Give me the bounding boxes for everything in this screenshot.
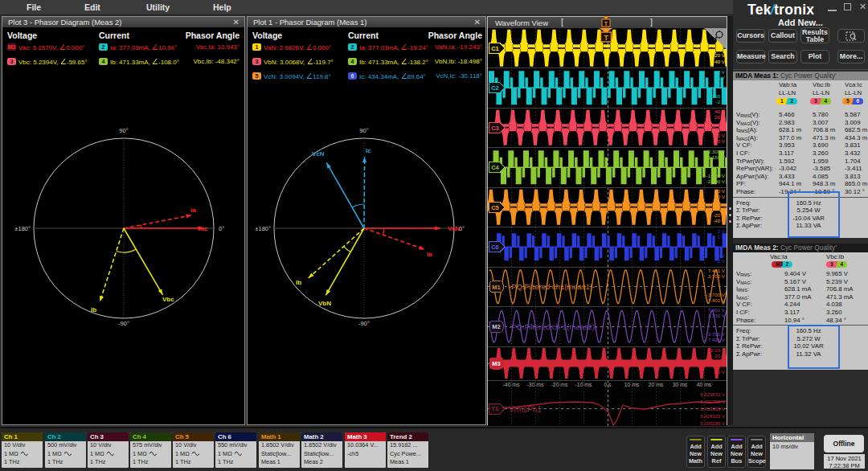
svg-text:-7.401 V: -7.401 V <box>706 297 726 303</box>
svg-text:7.401 V: 7.401 V <box>708 268 726 273</box>
svg-text:3.700 V: 3.700 V <box>708 313 726 318</box>
svg-text:10 ms: 10 ms <box>624 382 640 387</box>
svg-text:1.150 V: 1.150 V <box>708 154 726 160</box>
svg-text:C5: C5 <box>491 204 499 211</box>
svg-text:Ib: Ib <box>91 306 96 313</box>
svg-text:±180°: ±180° <box>255 225 271 232</box>
svg-text:10.23 V: 10.23 V <box>708 347 726 353</box>
svg-text:2 V: 2 V <box>718 228 726 234</box>
svg-text:C6: C6 <box>491 244 499 251</box>
svg-text:5.491796 V: 5.491796 V <box>700 399 725 404</box>
svg-text:-10 ms: -10 ms <box>575 382 592 387</box>
svg-text:20 V: 20 V <box>714 194 726 199</box>
svg-text:-20 V: -20 V <box>713 52 726 58</box>
svg-text:C3: C3 <box>491 125 499 132</box>
svg-text:-40 V: -40 V <box>713 59 726 64</box>
svg-text:-PQ:Filtered ch1(meas1)-: -PQ:Filtered ch1(meas1)- <box>509 282 595 291</box>
svg-text:-2 V: -2 V <box>716 99 726 104</box>
svg-text:Vac: Vac <box>197 225 208 232</box>
svg-text:7.401 V: 7.401 V <box>708 307 726 313</box>
svg-text:C4: C4 <box>491 164 499 171</box>
svg-text:40 ms: 40 ms <box>697 382 712 387</box>
svg-text:5.428123 V: 5.428123 V <box>700 414 725 419</box>
svg-text:VaN: VaN <box>448 225 460 232</box>
svg-text:40 V: 40 V <box>714 109 726 114</box>
svg-text:VbN: VbN <box>318 300 331 307</box>
svg-text:-30 ms: -30 ms <box>527 382 544 387</box>
svg-text:-PQ:Filtered ch-1(meas2)-: -PQ:Filtered ch-1(meas2)- <box>509 322 597 331</box>
svg-text:-20 V: -20 V <box>713 369 726 375</box>
svg-text:2 V: 2 V <box>718 69 726 75</box>
svg-text:M1: M1 <box>492 284 500 291</box>
svg-text:90°: 90° <box>359 127 368 134</box>
svg-text:M2: M2 <box>492 323 500 330</box>
svg-text:-1.150 V: -1.150 V <box>706 173 726 178</box>
svg-text:Ib: Ib <box>296 279 301 286</box>
svg-text:-40 V: -40 V <box>713 138 726 144</box>
svg-text:5.396286 V: 5.396286 V <box>700 421 725 426</box>
svg-text:VrmsPh1: VrmsPh1 <box>509 405 542 414</box>
svg-text:0°: 0° <box>219 225 224 232</box>
svg-text:Ia: Ia <box>427 251 432 258</box>
svg-text:C2: C2 <box>491 84 499 92</box>
svg-text:-2 V: -2 V <box>716 258 726 264</box>
svg-text:20 V: 20 V <box>714 353 726 358</box>
svg-text:90°: 90° <box>119 127 128 134</box>
svg-text:-40 ms: -40 ms <box>503 382 520 387</box>
svg-text:VcN: VcN <box>312 150 325 158</box>
svg-text:±180°: ±180° <box>14 225 31 232</box>
svg-text:-90°: -90° <box>358 320 370 327</box>
svg-text:-20 ms: -20 ms <box>551 382 568 387</box>
svg-text:2.300 V: 2.300 V <box>708 149 726 154</box>
svg-text:5.523633 V: 5.523633 V <box>700 392 725 397</box>
svg-text:-3.700 V: -3.700 V <box>706 292 726 297</box>
svg-text:T: T <box>604 34 608 42</box>
svg-text:-3.700 V: -3.700 V <box>706 331 726 337</box>
svg-text:-2.300 V: -2.300 V <box>706 178 726 184</box>
svg-text:Ic: Ic <box>366 147 371 154</box>
svg-text:-20 V: -20 V <box>713 133 726 138</box>
svg-text:Vbc: Vbc <box>162 296 174 303</box>
svg-text:-20 V: -20 V <box>713 212 726 218</box>
svg-text:40 V: 40 V <box>714 188 726 194</box>
svg-text:-1 V: -1 V <box>716 252 726 258</box>
svg-text:1 V: 1 V <box>718 234 726 240</box>
svg-text:-90°: -90° <box>118 320 129 327</box>
svg-text:0 s: 0 s <box>604 382 612 387</box>
svg-text:-1.100 V: -1.100 V <box>706 93 726 99</box>
svg-text:T: T <box>604 21 608 27</box>
svg-text:M3: M3 <box>492 360 500 367</box>
svg-text:30 ms: 30 ms <box>673 382 688 387</box>
svg-text:T1: T1 <box>492 405 499 412</box>
svg-text:5.459959 V: 5.459959 V <box>700 407 725 412</box>
svg-text:C1: C1 <box>491 45 499 52</box>
svg-text:20 ms: 20 ms <box>649 382 664 387</box>
svg-text:-7.401 V: -7.401 V <box>706 337 726 342</box>
svg-text:20 V: 20 V <box>714 114 726 120</box>
svg-text:Ia: Ia <box>190 207 196 214</box>
svg-text:-40 V: -40 V <box>713 218 726 223</box>
svg-text:1 V: 1 V <box>718 75 726 80</box>
svg-text:3.700 V: 3.700 V <box>708 273 726 279</box>
